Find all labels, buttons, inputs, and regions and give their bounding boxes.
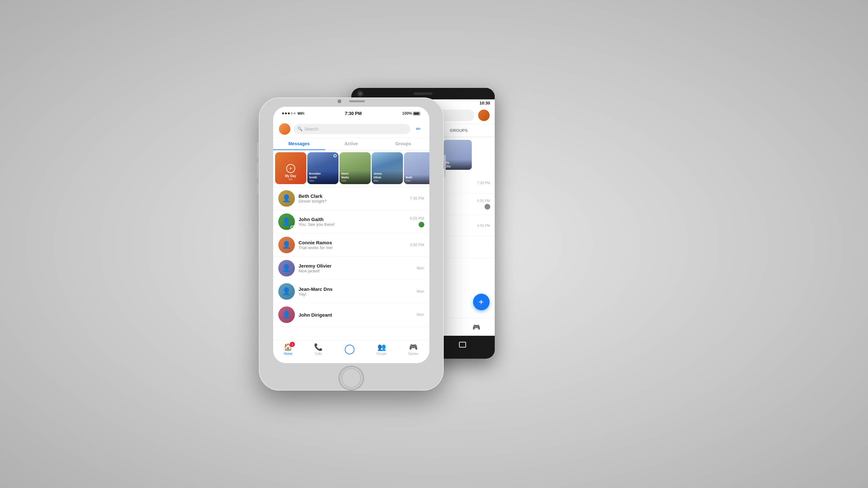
home-badge: 1 <box>290 342 295 347</box>
conv-time-jeremy: Mon <box>416 266 424 270</box>
people-tab-label: People <box>377 352 387 356</box>
android-conv-time-john: 6:55 PM <box>477 199 490 203</box>
iphone-conv-beth[interactable]: 👤 Beth Clark Dinner tonight? 7:30 PM <box>273 187 429 210</box>
iphone-compose-btn[interactable]: ✏ <box>413 124 424 134</box>
iphone-tab-messages[interactable]: Messages <box>273 138 325 150</box>
people-icon: 👥 <box>377 343 386 351</box>
iphone-bottom-tabs: 🏠 1 Home 📞 Calls ◯ 👥 People 🎮 <box>273 340 429 363</box>
conv-name-john: John Gaith <box>299 217 406 222</box>
conv-name-jean: Jean-Marc Dns <box>299 286 413 292</box>
iphone-conv-list: 👤 Beth Clark Dinner tonight? 7:30 PM 👤 J… <box>273 187 429 326</box>
calls-tab-label: Calls <box>315 352 322 356</box>
conv-name-connie: Connie Ramos <box>299 240 406 245</box>
iphone-mute[interactable] <box>257 183 258 194</box>
iphone-avatar-beth: 👤 <box>278 190 295 207</box>
iphone-story-myday[interactable]: + My Day 5m <box>275 152 306 184</box>
iphone-home-button-inner <box>342 368 361 388</box>
iphone-search-field[interactable]: 🔍 Search <box>293 124 410 134</box>
iphone-avatar-connie: 👤 <box>278 237 295 253</box>
games-tab-label: Games <box>408 352 418 356</box>
iphone-story-henri[interactable]: HenriWatts 12m <box>340 152 371 184</box>
iphone-tab-calls[interactable]: 📞 Calls <box>314 343 322 356</box>
iphone-time: 7:30 PM <box>345 111 362 116</box>
iphone-avatar-john-dir: 👤 <box>278 306 295 323</box>
iphone-tab-groups[interactable]: Groups <box>377 138 429 150</box>
iphone-user-avatar[interactable] <box>279 123 290 135</box>
conv-time-john: 6:55 PM <box>410 216 424 221</box>
search-placeholder: Search <box>304 126 318 132</box>
conv-msg-jean: Yay! <box>299 292 413 297</box>
conv-msg-beth: Dinner tonight? <box>299 199 406 203</box>
iphone-signal: WiFi <box>282 112 304 115</box>
conv-msg-jeremy: Nice jacket! <box>299 268 413 273</box>
iphone: WiFi 7:30 PM 100% 🔍 Search ✏ <box>259 97 444 391</box>
games-icon: 🎮 <box>472 323 480 331</box>
iphone-tabs: Messages Active Groups <box>273 138 429 150</box>
iphone-avatar-jean: 👤 <box>278 283 295 300</box>
games-tab-icon: 🎮 <box>409 343 417 351</box>
add-story-icon: + <box>286 164 295 173</box>
android-user-avatar[interactable] <box>478 109 490 121</box>
iphone-story-math[interactable]: Math 24m <box>404 152 429 184</box>
android-conv-time-connie: 4:50 PM <box>477 224 490 227</box>
home-tab-label: Home <box>284 352 292 356</box>
conv-time-connie: 4:50 PM <box>410 243 424 247</box>
iphone-story-brendan[interactable]: BrendanSmith 10m <box>307 152 339 184</box>
iphone-power-btn[interactable] <box>444 155 446 177</box>
messenger-icon: ◯ <box>344 343 355 354</box>
android-conv-time-beth: 7:30 PM <box>477 181 490 185</box>
iphone-tab-home[interactable]: 🏠 1 Home <box>284 343 292 356</box>
iphone-stories: + My Day 5m BrendanSmith 10m He <box>273 150 429 187</box>
android-recent-btn[interactable] <box>459 342 466 348</box>
iphone-battery: 100% <box>402 111 421 116</box>
calls-icon: 📞 <box>314 343 322 351</box>
iphone-conv-john-dir[interactable]: 👤 John Dirigeant Mon <box>273 303 429 326</box>
iphone-camera <box>338 99 341 103</box>
iphone-volume-down[interactable] <box>257 162 258 178</box>
iphone-conv-connie[interactable]: 👤 Connie Ramos That works for me! 4:50 P… <box>273 233 429 257</box>
iphone-tab-people[interactable]: 👥 People <box>377 343 387 356</box>
iphone-tab-center[interactable]: ◯ <box>344 343 355 354</box>
iphone-read-receipt <box>418 222 424 227</box>
iphone-app-header: 🔍 Search ✏ <box>273 120 429 138</box>
conv-msg-connie: That works for me! <box>299 245 406 250</box>
iphone-status-bar: WiFi 7:30 PM 100% <box>273 107 429 120</box>
online-indicator <box>290 226 294 229</box>
iphone-avatar-jeremy: 👤 <box>278 260 295 276</box>
android-speaker <box>413 92 433 95</box>
android-tab-games[interactable]: 🎮 <box>472 323 480 331</box>
scene: ▾▾ 10:30 🔍 Search ACTIVE GROUPS <box>259 69 610 419</box>
iphone-notch <box>329 98 374 104</box>
conv-name-jeremy: Jeremy Olivier <box>299 263 413 268</box>
iphone-side-buttons <box>257 142 258 198</box>
conv-msg-john: You: See you there! <box>299 222 406 227</box>
conv-time-beth: 7:30 PM <box>410 196 424 201</box>
iphone-conv-jeremy[interactable]: 👤 Jeremy Olivier Nice jacket! Mon <box>273 257 429 280</box>
iphone-screen: WiFi 7:30 PM 100% 🔍 Search ✏ <box>273 107 429 363</box>
compose-icon: ✏ <box>416 126 421 132</box>
iphone-home-button[interactable] <box>339 366 364 391</box>
iphone-conv-jean[interactable]: 👤 Jean-Marc Dns Yay! Mon <box>273 280 429 303</box>
conv-time-jean: Mon <box>416 289 424 294</box>
conv-name-john-dir: John Dirigeant <box>299 312 413 318</box>
conv-name-beth: Beth Clark <box>299 193 406 199</box>
search-icon: 🔍 <box>298 126 303 131</box>
android-fab-button[interactable]: + <box>473 294 490 310</box>
iphone-volume-up[interactable] <box>257 142 258 158</box>
iphone-conv-john[interactable]: 👤 John Gaith You: See you there! 6:55 PM <box>273 210 429 233</box>
story-new-dot <box>334 154 337 157</box>
iphone-avatar-john: 👤 <box>278 214 295 230</box>
android-story-math[interactable]: MaOliv <box>443 140 472 170</box>
iphone-story-jenna[interactable]: JennaOlivie 26m <box>372 152 403 184</box>
android-clock: 10:30 <box>479 101 490 105</box>
iphone-tab-games[interactable]: 🎮 Games <box>408 343 418 356</box>
iphone-tab-active[interactable]: Active <box>325 138 377 150</box>
iphone-earpiece <box>349 100 365 102</box>
conv-time-john-dir: Mon <box>416 313 424 317</box>
